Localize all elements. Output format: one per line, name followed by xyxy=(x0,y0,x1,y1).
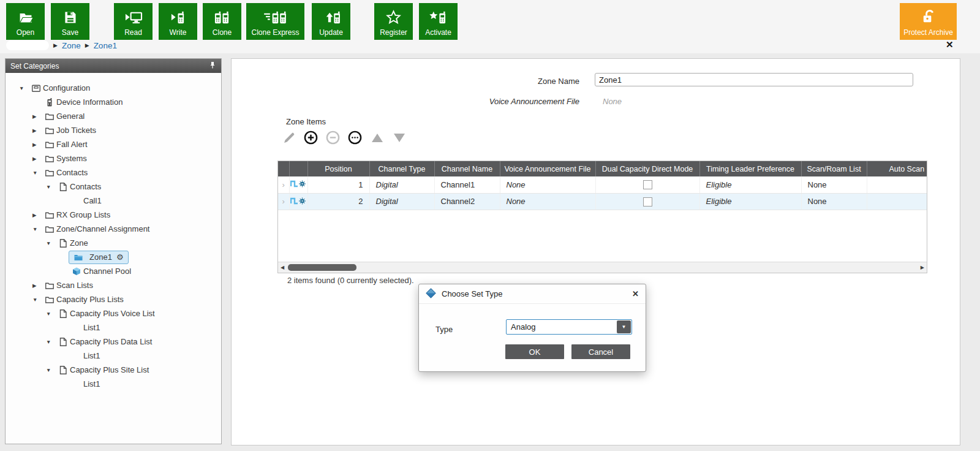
chevron-down-icon[interactable]: ▼ xyxy=(617,320,631,333)
collapse-icon[interactable]: ▼ xyxy=(46,240,58,246)
column-header-channel-type[interactable]: Channel Type xyxy=(369,161,434,176)
read-button[interactable]: Read xyxy=(114,3,153,40)
voice-announcement-file-label: Voice Announcement File xyxy=(232,97,579,106)
scrollbar-thumb[interactable] xyxy=(288,264,356,271)
tree-item-scan-lists[interactable]: ▶Scan Lists xyxy=(6,278,221,292)
expander-column-header xyxy=(278,161,289,176)
selected-tree-item[interactable]: Zone1⚙ xyxy=(69,251,129,264)
edit-button[interactable] xyxy=(282,132,296,146)
tree-item-call1[interactable]: Call1 xyxy=(6,194,221,208)
type-dropdown-value: Analog xyxy=(507,322,617,332)
folder-icon xyxy=(45,224,56,234)
table-row[interactable]: ›2DigitalChannel2NoneEligibleNoneNo xyxy=(278,193,927,210)
close-icon[interactable]: ✕ xyxy=(946,39,954,50)
tree-item-fall-alert[interactable]: ▶Fall Alert xyxy=(6,137,221,151)
dual-capacity-checkbox[interactable] xyxy=(643,180,652,189)
open-button[interactable]: Open xyxy=(6,3,45,40)
tree-item-list1[interactable]: List1 xyxy=(6,377,221,391)
folder-icon xyxy=(45,210,56,220)
table-row[interactable]: ›1DigitalChannel1NoneEligibleNoneNo xyxy=(278,176,927,193)
update-button[interactable]: Update xyxy=(312,3,350,40)
clone-button[interactable]: Clone xyxy=(203,3,241,40)
zone-items-label: Zone Items xyxy=(286,117,326,126)
breadcrumb-item-zone1[interactable]: Zone1 xyxy=(94,41,117,50)
cell-position: 1 xyxy=(307,176,369,193)
collapse-icon[interactable]: ▼ xyxy=(32,297,45,303)
archive-box-icon xyxy=(31,83,43,93)
collapse-icon[interactable]: ▼ xyxy=(46,367,58,373)
tree-item-contacts[interactable]: ▼Contacts xyxy=(6,165,221,180)
zone-items-grid: PositionChannel TypeChannel NameVoice An… xyxy=(277,161,927,273)
gear-icon[interactable]: ⚙ xyxy=(116,253,124,261)
column-header-dual-capacity-direct-mode[interactable]: Dual Capacity Direct Mode xyxy=(595,161,699,176)
column-header-position[interactable]: Position xyxy=(307,161,369,176)
column-header-voice-announcement-file[interactable]: Voice Announcement File xyxy=(500,161,595,176)
zone-items-toolbar xyxy=(282,132,406,146)
column-header-timing-leader-preference[interactable]: Timing Leader Preference xyxy=(699,161,801,176)
cancel-button[interactable]: Cancel xyxy=(571,344,630,359)
toolbar-button-label: Open xyxy=(17,29,34,37)
tree-item-general[interactable]: ▶General xyxy=(6,109,221,123)
expand-icon[interactable]: ▶ xyxy=(32,212,45,218)
tree-item-list1[interactable]: List1 xyxy=(6,320,221,335)
column-header-channel-name[interactable]: Channel Name xyxy=(434,161,500,176)
more-button[interactable] xyxy=(348,132,362,146)
tree-item-zone-channel-assignment[interactable]: ▼Zone/Channel Assignment xyxy=(6,222,221,236)
blue-folder-icon xyxy=(74,252,85,262)
pin-icon[interactable] xyxy=(209,61,216,71)
add-button[interactable] xyxy=(304,132,318,146)
tree-item-list1[interactable]: List1 xyxy=(6,349,221,363)
write-button[interactable]: Write xyxy=(159,3,197,40)
collapse-icon[interactable]: ▼ xyxy=(19,85,31,91)
tree-item-capacity-plus-site-list[interactable]: ▼Capacity Plus Site List xyxy=(6,363,221,377)
collapse-icon[interactable]: ▼ xyxy=(46,339,58,345)
protect-archive-button[interactable]: Protect Archive xyxy=(900,3,957,40)
move-up-button[interactable] xyxy=(370,132,384,146)
save-button[interactable]: Save xyxy=(51,3,89,40)
tree-item-systems[interactable]: ▶Systems xyxy=(6,151,221,165)
set-categories-header: Set Categories xyxy=(6,59,221,73)
dialog-close-icon[interactable]: ✕ xyxy=(632,289,639,298)
row-expander-icon[interactable]: › xyxy=(278,176,289,193)
zone-name-input[interactable] xyxy=(595,73,913,86)
row-expander-icon[interactable]: › xyxy=(278,193,289,210)
tree-item-device-information[interactable]: Device Information xyxy=(6,95,221,109)
dual-capacity-checkbox[interactable] xyxy=(643,197,652,207)
register-button[interactable]: Register xyxy=(374,3,413,40)
open-folder-icon xyxy=(16,6,36,29)
tree-item-contacts[interactable]: ▼Contacts xyxy=(6,180,221,194)
tree-item-zone1[interactable]: Zone1⚙ xyxy=(6,250,221,264)
activate-button[interactable]: Activate xyxy=(419,3,458,40)
scroll-left-icon[interactable]: ◀ xyxy=(281,264,284,271)
tree-item-configuration[interactable]: ▼Configuration xyxy=(6,81,221,95)
remove-button[interactable] xyxy=(326,132,340,146)
collapse-icon[interactable]: ▼ xyxy=(32,226,45,232)
expand-icon[interactable]: ▶ xyxy=(32,156,45,162)
breadcrumb-item-zone[interactable]: Zone xyxy=(62,41,81,50)
tree-item-job-tickets[interactable]: ▶Job Tickets xyxy=(6,123,221,137)
tree-item-channel-pool[interactable]: Channel Pool xyxy=(6,264,221,278)
expand-icon[interactable]: ▶ xyxy=(32,113,45,119)
scroll-right-icon[interactable]: ▶ xyxy=(921,264,924,271)
tree-item-rx-group-lists[interactable]: ▶RX Group Lists xyxy=(6,208,221,222)
tree-item-capacity-plus-voice-list[interactable]: ▼Capacity Plus Voice List xyxy=(6,306,221,320)
collapse-icon[interactable]: ▼ xyxy=(46,184,58,190)
cell-scan-roam-list: None xyxy=(801,193,867,210)
ok-button[interactable]: OK xyxy=(505,344,564,359)
toolbar-button-label: Clone xyxy=(213,29,232,37)
tree-item-capacity-plus-lists[interactable]: ▼Capacity Plus Lists xyxy=(6,292,221,306)
collapse-icon[interactable]: ▼ xyxy=(46,311,58,317)
column-header-scan-roam-list[interactable]: Scan/Roam List xyxy=(801,161,867,176)
type-dropdown[interactable]: Analog ▼ xyxy=(506,319,632,335)
horizontal-scrollbar[interactable]: ◀ ▶ xyxy=(278,262,927,273)
document-icon xyxy=(58,238,70,248)
collapse-icon[interactable]: ▼ xyxy=(32,170,45,176)
clone-express-button[interactable]: Clone Express xyxy=(246,3,304,40)
expand-icon[interactable]: ▶ xyxy=(32,142,45,148)
expand-icon[interactable]: ▶ xyxy=(32,282,45,289)
tree-item-capacity-plus-data-list[interactable]: ▼Capacity Plus Data List xyxy=(6,335,221,349)
move-down-button[interactable] xyxy=(392,132,406,146)
tree-item-zone[interactable]: ▼Zone xyxy=(6,236,221,250)
expand-icon[interactable]: ▶ xyxy=(32,127,45,134)
column-header-auto-scan[interactable]: Auto Scan xyxy=(867,161,927,176)
